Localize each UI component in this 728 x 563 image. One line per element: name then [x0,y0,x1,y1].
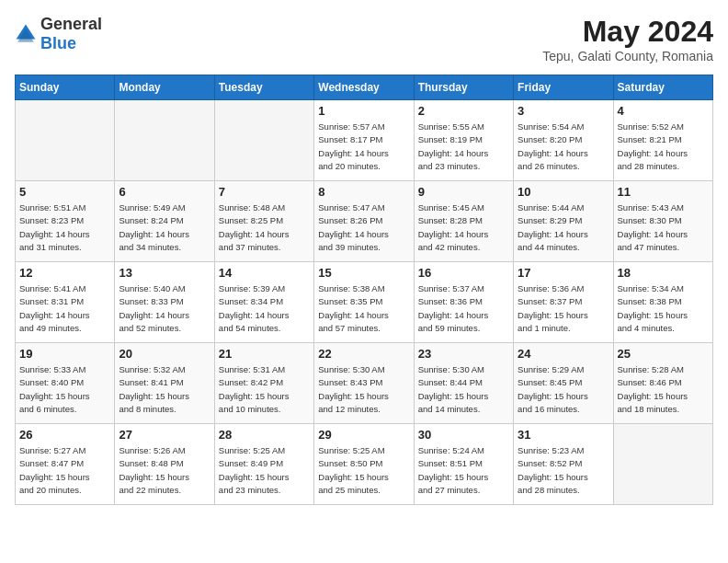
day-cell: 4Sunrise: 5:52 AM Sunset: 8:21 PM Daylig… [613,100,712,181]
location-title: Tepu, Galati County, Romania [542,49,713,63]
title-block: May 2024 Tepu, Galati County, Romania [542,15,713,63]
day-number: 26 [19,428,110,442]
day-cell: 2Sunrise: 5:55 AM Sunset: 8:19 PM Daylig… [414,100,513,181]
day-cell: 11Sunrise: 5:43 AM Sunset: 8:30 PM Dayli… [613,181,712,262]
day-number: 23 [418,347,509,361]
day-cell: 30Sunrise: 5:24 AM Sunset: 8:51 PM Dayli… [414,424,513,505]
header-sunday: Sunday [16,75,115,100]
week-row-4: 26Sunrise: 5:27 AM Sunset: 8:47 PM Dayli… [16,424,713,505]
week-row-0: 1Sunrise: 5:57 AM Sunset: 8:17 PM Daylig… [16,100,713,181]
week-row-2: 12Sunrise: 5:41 AM Sunset: 8:31 PM Dayli… [16,262,713,343]
day-info: Sunrise: 5:51 AM Sunset: 8:23 PM Dayligh… [19,201,110,254]
day-cell: 14Sunrise: 5:39 AM Sunset: 8:34 PM Dayli… [214,262,313,343]
day-number: 8 [318,185,409,199]
logo-blue: Blue [40,34,76,52]
day-number: 1 [318,104,409,118]
day-cell: 22Sunrise: 5:30 AM Sunset: 8:43 PM Dayli… [314,343,414,424]
day-cell: 12Sunrise: 5:41 AM Sunset: 8:31 PM Dayli… [16,262,115,343]
day-info: Sunrise: 5:57 AM Sunset: 8:17 PM Dayligh… [318,121,409,173]
day-cell [214,100,313,181]
day-number: 12 [19,266,110,280]
day-info: Sunrise: 5:52 AM Sunset: 8:21 PM Dayligh… [618,121,709,173]
day-number: 4 [618,104,709,118]
calendar-table: SundayMondayTuesdayWednesdayThursdayFrid… [15,75,713,505]
day-info: Sunrise: 5:27 AM Sunset: 8:47 PM Dayligh… [19,444,110,497]
header-wednesday: Wednesday [314,75,414,100]
day-cell: 24Sunrise: 5:29 AM Sunset: 8:45 PM Dayli… [514,343,613,424]
logo: General Blue [15,15,102,53]
day-info: Sunrise: 5:47 AM Sunset: 8:26 PM Dayligh… [318,201,409,254]
day-cell: 8Sunrise: 5:47 AM Sunset: 8:26 PM Daylig… [314,181,414,262]
day-cell [613,424,712,505]
day-cell: 10Sunrise: 5:44 AM Sunset: 8:29 PM Dayli… [514,181,613,262]
day-cell: 25Sunrise: 5:28 AM Sunset: 8:46 PM Dayli… [613,343,712,424]
day-cell [115,100,214,181]
day-info: Sunrise: 5:45 AM Sunset: 8:28 PM Dayligh… [418,201,509,254]
day-cell: 9Sunrise: 5:45 AM Sunset: 8:28 PM Daylig… [414,181,513,262]
day-number: 7 [219,185,310,199]
day-cell: 18Sunrise: 5:34 AM Sunset: 8:38 PM Dayli… [613,262,712,343]
day-cell: 28Sunrise: 5:25 AM Sunset: 8:49 PM Dayli… [214,424,313,505]
day-info: Sunrise: 5:39 AM Sunset: 8:34 PM Dayligh… [219,282,310,335]
day-cell [16,100,115,181]
day-number: 18 [618,266,709,280]
day-cell: 5Sunrise: 5:51 AM Sunset: 8:23 PM Daylig… [16,181,115,262]
day-info: Sunrise: 5:55 AM Sunset: 8:19 PM Dayligh… [418,121,509,173]
day-cell: 3Sunrise: 5:54 AM Sunset: 8:20 PM Daylig… [514,100,613,181]
day-number: 9 [418,185,509,199]
day-number: 20 [119,347,210,361]
day-number: 13 [119,266,210,280]
logo-icon [15,23,37,45]
page-header: General Blue May 2024 Tepu, Galati Count… [15,15,713,63]
header-thursday: Thursday [414,75,513,100]
day-cell: 26Sunrise: 5:27 AM Sunset: 8:47 PM Dayli… [16,424,115,505]
day-info: Sunrise: 5:25 AM Sunset: 8:50 PM Dayligh… [318,444,409,497]
day-info: Sunrise: 5:24 AM Sunset: 8:51 PM Dayligh… [418,444,509,497]
day-cell: 31Sunrise: 5:23 AM Sunset: 8:52 PM Dayli… [514,424,613,505]
day-number: 17 [518,266,609,280]
day-number: 24 [518,347,609,361]
day-cell: 16Sunrise: 5:37 AM Sunset: 8:36 PM Dayli… [414,262,513,343]
week-row-1: 5Sunrise: 5:51 AM Sunset: 8:23 PM Daylig… [16,181,713,262]
day-number: 14 [219,266,310,280]
day-number: 2 [418,104,509,118]
day-cell: 23Sunrise: 5:30 AM Sunset: 8:44 PM Dayli… [414,343,513,424]
day-number: 28 [219,428,310,442]
day-info: Sunrise: 5:26 AM Sunset: 8:48 PM Dayligh… [119,444,210,497]
day-info: Sunrise: 5:43 AM Sunset: 8:30 PM Dayligh… [618,201,709,254]
day-cell: 21Sunrise: 5:31 AM Sunset: 8:42 PM Dayli… [214,343,313,424]
header-tuesday: Tuesday [214,75,313,100]
day-number: 19 [19,347,110,361]
day-info: Sunrise: 5:30 AM Sunset: 8:43 PM Dayligh… [318,363,409,416]
day-cell: 17Sunrise: 5:36 AM Sunset: 8:37 PM Dayli… [514,262,613,343]
day-cell: 29Sunrise: 5:25 AM Sunset: 8:50 PM Dayli… [314,424,414,505]
header-friday: Friday [514,75,613,100]
day-number: 30 [418,428,509,442]
day-number: 5 [19,185,110,199]
day-cell: 19Sunrise: 5:33 AM Sunset: 8:40 PM Dayli… [16,343,115,424]
week-row-3: 19Sunrise: 5:33 AM Sunset: 8:40 PM Dayli… [16,343,713,424]
logo-general: General [40,15,102,33]
day-info: Sunrise: 5:25 AM Sunset: 8:49 PM Dayligh… [219,444,310,497]
day-info: Sunrise: 5:49 AM Sunset: 8:24 PM Dayligh… [119,201,210,254]
day-info: Sunrise: 5:44 AM Sunset: 8:29 PM Dayligh… [518,201,609,254]
day-number: 22 [318,347,409,361]
day-info: Sunrise: 5:34 AM Sunset: 8:38 PM Dayligh… [618,282,709,335]
month-year-title: May 2024 [542,15,713,49]
day-cell: 20Sunrise: 5:32 AM Sunset: 8:41 PM Dayli… [115,343,214,424]
day-info: Sunrise: 5:36 AM Sunset: 8:37 PM Dayligh… [518,282,609,335]
day-number: 16 [418,266,509,280]
day-info: Sunrise: 5:33 AM Sunset: 8:40 PM Dayligh… [19,363,110,416]
day-info: Sunrise: 5:23 AM Sunset: 8:52 PM Dayligh… [518,444,609,497]
day-number: 3 [518,104,609,118]
day-info: Sunrise: 5:30 AM Sunset: 8:44 PM Dayligh… [418,363,509,416]
day-number: 15 [318,266,409,280]
day-number: 27 [119,428,210,442]
day-number: 6 [119,185,210,199]
day-info: Sunrise: 5:48 AM Sunset: 8:25 PM Dayligh… [219,201,310,254]
day-number: 31 [518,428,609,442]
header-saturday: Saturday [613,75,712,100]
day-number: 25 [618,347,709,361]
day-number: 29 [318,428,409,442]
day-info: Sunrise: 5:31 AM Sunset: 8:42 PM Dayligh… [219,363,310,416]
